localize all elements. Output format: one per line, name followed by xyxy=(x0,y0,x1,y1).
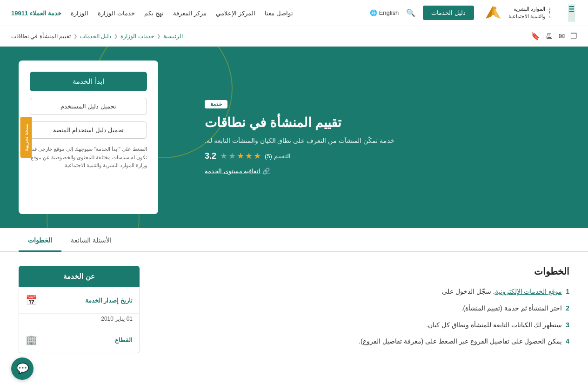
page-title: تقييم المنشأة في نطاقات xyxy=(205,115,341,130)
calendar-icon: 📅 xyxy=(26,295,37,306)
sla-link-text: اتفاقية مستوى الخدمة xyxy=(205,168,261,175)
breadcrumb-service-guide[interactable]: دليل الخدمات xyxy=(80,33,111,40)
info-sidebar: عن الخدمة تاريخ إصدار الخدمة 📅 01 يناير … xyxy=(19,266,140,353)
hero-description: خدمة تمكّن المنشآت من التعرف على نطاق ال… xyxy=(205,137,394,144)
ministry-name: الموارد البشرية والتنمية الاجتماعية xyxy=(508,6,545,20)
nav-item-services[interactable]: خدمات الوزارة xyxy=(98,10,135,17)
print-icon[interactable]: 🖶 xyxy=(546,32,553,40)
issue-date-value: 01 يناير 2010 xyxy=(19,314,139,327)
steps-list: 1 موقع الخدمات الإلكترونية. سجّل الدخول … xyxy=(154,286,569,347)
step-num-2: 2 xyxy=(566,304,569,312)
about-service-header: عن الخدمة xyxy=(19,266,140,287)
step-item-3: 3 ستظهر لك الكيانات التابعة للمنشأة ونطا… xyxy=(154,320,569,331)
main-content: الخطوات 1 موقع الخدمات الإلكترونية. سجّل… xyxy=(0,252,588,367)
globe-icon: 🌐 xyxy=(370,9,377,16)
breadcrumb-bar: ❐ ✉ 🖶 🔖 تقييم المنشأة في نطاقات ❮ دليل ا… xyxy=(0,26,588,47)
bookmark-icon[interactable]: 🔖 xyxy=(531,32,540,40)
sector-label: القطاع xyxy=(115,337,133,344)
trial-tab[interactable]: نسخة تجريبية xyxy=(20,117,32,158)
breadcrumb-home[interactable]: الرئيسية xyxy=(163,33,183,40)
rating-value: 3.2 xyxy=(205,151,216,161)
tab-steps[interactable]: الخطوات xyxy=(19,230,61,252)
star-3: ★ xyxy=(237,151,244,161)
about-row-issue-date: تاريخ إصدار الخدمة 📅 xyxy=(19,287,139,314)
email-icon[interactable]: ✉ xyxy=(559,32,565,40)
step-num-3: 3 xyxy=(566,321,569,329)
chat-icon: 💬 xyxy=(16,363,29,367)
breadcrumb: تقييم المنشأة في نطاقات ❮ دليل الخدمات ❮… xyxy=(11,33,183,40)
hero-content: خدمة تقييم المنشأة في نطاقات خدمة تمكّن … xyxy=(181,47,588,228)
start-service-button[interactable]: ابدأ الخدمة xyxy=(30,72,147,91)
svg-rect-6 xyxy=(569,11,575,12)
hero-card: نسخة تجريبية ابدأ الخدمة تحميل دليل المس… xyxy=(19,61,158,214)
issue-date-label: تاريخ إصدار الخدمة xyxy=(85,297,133,304)
steps-title: الخطوات xyxy=(154,266,569,277)
svg-marker-9 xyxy=(486,6,493,19)
download-user-guide-button[interactable]: تحميل دليل المستخدم xyxy=(30,98,147,115)
breadcrumb-sep2: ❮ xyxy=(114,34,118,39)
rating-label: التقييم (5) xyxy=(265,153,291,160)
svg-rect-4 xyxy=(569,6,575,7)
star-5: ★ xyxy=(254,151,261,161)
main-header: رؤية 2030 KINGDOM OF SAUDI ARABIA الموار… xyxy=(0,0,588,26)
tabs-bar: الأسئلة الشائعة الخطوات xyxy=(0,230,588,252)
step-num-4: 4 xyxy=(566,337,569,345)
service-badge: خدمة xyxy=(205,100,227,108)
svg-text:2030: 2030 xyxy=(549,9,551,14)
step-text-4: يمكن الحصول على تفاصيل الفروع عبر الضغط … xyxy=(359,337,562,345)
vision-2030-logo: رؤية 2030 KINGDOM OF SAUDI ARABIA xyxy=(549,4,577,22)
steps-section: الخطوات 1 موقع الخدمات الإلكترونية. سجّل… xyxy=(154,266,569,353)
service-guide-button[interactable]: دليل الخدمات xyxy=(423,6,474,20)
ministry-logo-bird xyxy=(481,4,505,22)
tab-faq[interactable]: الأسئلة الشائعة xyxy=(61,230,121,252)
about-row-sector: القطاع 🏢 xyxy=(19,327,139,353)
star-1: ★ xyxy=(220,151,227,161)
download-platform-guide-button[interactable]: تحميل دليل استخدام المنصة xyxy=(30,121,147,139)
breadcrumb-sep1: ❮ xyxy=(157,34,160,39)
breadcrumb-ministry-services[interactable]: خدمات الوزارة xyxy=(120,33,154,40)
svg-rect-5 xyxy=(569,8,575,9)
nav-item-media[interactable]: المركز الإعلامي xyxy=(216,10,255,17)
svg-point-10 xyxy=(494,7,496,9)
language-button[interactable]: English 🌐 xyxy=(370,9,399,16)
step-text-3: ستظهر لك الكيانات التابعة للمنشأة ونطاق … xyxy=(426,321,562,329)
star-2: ★ xyxy=(228,151,236,161)
share-icon[interactable]: ❐ xyxy=(570,32,577,40)
hero-section: خدمة تقييم المنشأة في نطاقات خدمة تمكّن … xyxy=(0,47,588,228)
sla-link[interactable]: 🔗 اتفاقية مستوى الخدمة xyxy=(205,168,270,175)
star-4: ★ xyxy=(245,151,253,161)
step-text-2: اختر المنشأة ثم خدمة (تقييم المنشأة). xyxy=(461,304,562,312)
about-service-body: تاريخ إصدار الخدمة 📅 01 يناير 2010 القطا… xyxy=(19,287,140,353)
header-right: رؤية 2030 KINGDOM OF SAUDI ARABIA الموار… xyxy=(370,4,577,22)
nav-item-ministry[interactable]: الوزارة xyxy=(71,10,88,17)
logo-area: رؤية 2030 KINGDOM OF SAUDI ARABIA الموار… xyxy=(481,4,577,22)
breadcrumb-current: تقييم المنشأة في نطاقات xyxy=(11,33,71,40)
nav-item-tawasul[interactable]: تواصل معنا xyxy=(265,10,293,17)
external-link-icon: 🔗 xyxy=(262,168,270,175)
step-num-1: 1 xyxy=(566,288,569,295)
step-text-1: موقع الخدمات الإلكترونية. سجّل الدخول عل… xyxy=(442,288,562,295)
step-item-2: 2 اختر المنشأة ثم خدمة (تقييم المنشأة). xyxy=(154,303,569,314)
main-nav: تواصل معنا المركز الإعلامي مركز المعرفة … xyxy=(11,9,293,17)
customer-service-label: خدمة العملاء 19911 xyxy=(11,10,61,17)
action-icons: ❐ ✉ 🖶 🔖 xyxy=(531,32,577,40)
search-icon[interactable]: 🔍 xyxy=(406,8,415,17)
breadcrumb-sep3: ❮ xyxy=(74,34,77,39)
stars: ★ ★ ★ ★ ★ xyxy=(220,151,261,161)
nav-item-knowledge[interactable]: مركز المعرفة xyxy=(173,10,207,17)
building-icon: 🏢 xyxy=(26,334,37,345)
language-label: English xyxy=(379,9,399,16)
step-item-4: 4 يمكن الحصول على تفاصيل الفروع عبر الضغ… xyxy=(154,336,569,347)
step-1-link[interactable]: موقع الخدمات الإلكترونية xyxy=(495,288,562,295)
nav-item-nahj[interactable]: نهج بكم xyxy=(144,10,164,17)
step-item-1: 1 موقع الخدمات الإلكترونية. سجّل الدخول … xyxy=(154,286,569,297)
rating-area: التقييم (5) ★ ★ ★ ★ ★ 3.2 xyxy=(205,151,291,161)
svg-text:KINGDOM OF SAUDI ARABIA: KINGDOM OF SAUDI ARABIA xyxy=(549,16,550,18)
card-notice: الضغط على "ابدأ الخدمة" سيوجهك إلى موقع … xyxy=(30,145,147,170)
